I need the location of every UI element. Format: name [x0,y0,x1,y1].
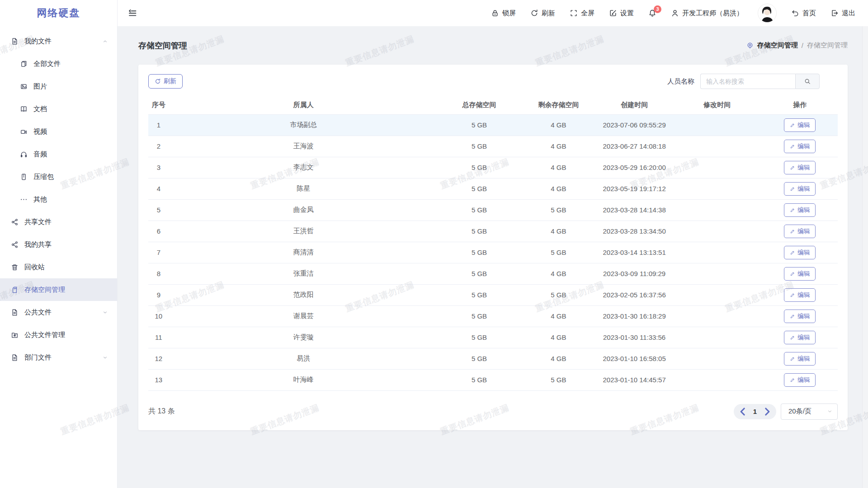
book-icon [20,105,28,113]
edit-button[interactable]: 编辑 [784,203,816,217]
cell-free: 4 GB [521,305,597,327]
pagination: 1 20条/页 [734,404,838,420]
edit-button[interactable]: 编辑 [784,246,816,259]
cell-actions: 编辑 [762,263,838,284]
settings-button-label: 设置 [620,9,634,18]
cell-created: 2023-02-05 16:37:56 [596,284,672,305]
cell-actions: 编辑 [762,199,838,221]
sidebar-item-all-files[interactable]: 全部文件 [0,52,117,75]
scrollbar[interactable] [862,26,868,488]
sidebar-collapse-icon[interactable] [127,8,137,18]
cell-total: 5 GB [438,199,521,221]
edit-button-label: 编辑 [797,249,810,257]
sidebar-item-videos[interactable]: 视频 [0,120,117,143]
app-root: 网络硬盘 我的文件全部文件图片文档视频音频压缩包其他共享文件我的共享回收站存储空… [0,0,868,488]
edit-button-label: 编辑 [797,376,810,384]
sidebar-item-department-files[interactable]: 部门文件 [0,346,117,369]
pencil-icon [790,186,795,192]
edit-button[interactable]: 编辑 [784,161,816,174]
sidebar-item-my-files[interactable]: 我的文件 [0,30,117,52]
edit-button[interactable]: 编辑 [784,331,816,344]
table-row: 1市场副总5 GB4 GB2023-07-06 09:55:29编辑 [148,114,838,136]
lock-screen-button[interactable]: 锁屏 [491,9,516,18]
cell-owner: 市场副总 [169,114,438,136]
refresh-button[interactable]: 刷新 [148,74,183,89]
cell-free: 4 GB [521,327,597,348]
column-header: 总存储空间 [438,96,521,114]
home-button[interactable]: 首页 [791,9,816,18]
sidebar-item-public-files[interactable]: 公共文件 [0,301,117,324]
sidebar-item-documents[interactable]: 文档 [0,98,117,120]
cell-owner: 谢晨芸 [169,305,438,327]
cell-actions: 编辑 [762,305,838,327]
sidebar-item-public-files-management[interactable]: 公共文件管理 [0,324,117,346]
table-row: 12易洪5 GB4 GB2023-01-10 16:58:05编辑 [148,348,838,369]
video-icon [20,128,28,136]
next-page-button[interactable] [761,405,774,418]
cell-actions: 编辑 [762,178,838,199]
cell-total: 5 GB [438,369,521,390]
refresh-icon [155,78,161,84]
edit-button[interactable]: 编辑 [784,140,816,153]
sidebar-item-my-shares[interactable]: 我的共享 [0,233,117,256]
edit-button-label: 编辑 [797,291,810,299]
edit-button[interactable]: 编辑 [784,182,816,196]
search-input[interactable] [700,74,795,89]
pencil-icon [790,356,795,361]
edit-button[interactable]: 编辑 [784,373,816,387]
column-header: 修改时间 [672,96,762,114]
table-row: 4陈星5 GB4 GB2023-05-19 19:17:12编辑 [148,178,838,199]
page-size-select[interactable]: 20条/页 [781,404,838,420]
refresh-page-button[interactable]: 刷新 [530,9,555,18]
edit-button[interactable]: 编辑 [784,118,816,132]
sidebar-item-audio[interactable]: 音频 [0,143,117,165]
prev-page-button[interactable] [736,405,749,418]
edit-button[interactable]: 编辑 [784,225,816,238]
logout-button[interactable]: 退出 [830,9,855,18]
cell-created: 2023-01-10 16:58:05 [596,348,672,369]
cell-free: 5 GB [521,199,597,221]
edit-button-label: 编辑 [797,185,810,193]
sidebar-item-recycle-bin[interactable]: 回收站 [0,256,117,278]
user-avatar[interactable] [758,4,777,23]
edit-square-icon [609,9,617,17]
cell-total: 5 GB [438,284,521,305]
sidebar-item-archives[interactable]: 压缩包 [0,165,117,188]
edit-button[interactable]: 编辑 [784,267,816,281]
breadcrumb-current: 存储空间管理 [807,41,848,50]
column-header: 创建时间 [596,96,672,114]
cell-created: 2023-03-09 11:09:29 [596,263,672,284]
pencil-icon [790,207,795,213]
edit-button[interactable]: 编辑 [784,310,816,323]
page-title: 存储空间管理 [138,40,187,51]
sidebar-item-others[interactable]: 其他 [0,188,117,211]
table-row: 2王海波5 GB4 GB2023-06-27 14:08:18编辑 [148,136,838,157]
cell-actions: 编辑 [762,242,838,263]
cell-actions: 编辑 [762,327,838,348]
settings-button[interactable]: 设置 [609,9,634,18]
edit-button-label: 编辑 [797,121,810,129]
cell-actions: 编辑 [762,348,838,369]
share-icon [11,241,19,249]
cell-created: 2023-05-19 19:17:12 [596,178,672,199]
fullscreen-button-label: 全屏 [581,9,594,18]
edit-button-label: 编辑 [797,164,810,172]
cell-modified [672,263,762,284]
breadcrumb-root[interactable]: 存储空间管理 [757,41,798,50]
user-menu[interactable]: 开发工程师（易洪） [671,9,743,18]
sidebar-item-label: 公共文件 [24,308,102,317]
current-page[interactable]: 1 [749,408,761,415]
cell-no: 2 [148,136,169,157]
fullscreen-button[interactable]: 全屏 [570,9,594,18]
notifications-button[interactable]: 3 [648,9,656,17]
edit-button[interactable]: 编辑 [784,288,816,302]
search-button[interactable] [795,74,820,89]
cell-actions: 编辑 [762,114,838,136]
sidebar-item-images[interactable]: 图片 [0,75,117,98]
sidebar-item-label: 共享文件 [24,218,108,226]
table-row: 8张重洁5 GB4 GB2023-03-09 11:09:29编辑 [148,263,838,284]
sidebar-item-label: 存储空间管理 [24,286,108,294]
sidebar-item-storage-management[interactable]: 存储空间管理 [0,278,117,301]
edit-button[interactable]: 编辑 [784,352,816,366]
sidebar-item-shared-files[interactable]: 共享文件 [0,211,117,233]
